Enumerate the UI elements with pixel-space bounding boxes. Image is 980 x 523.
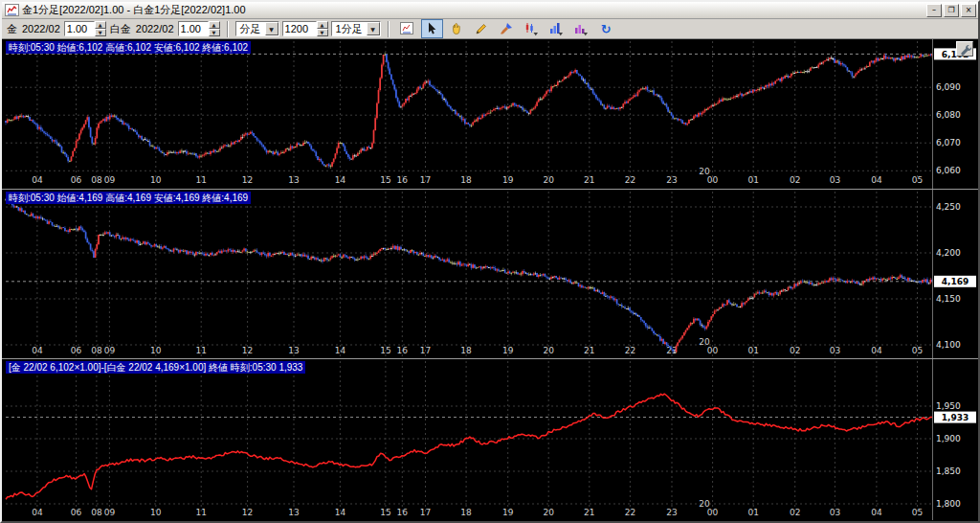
last-price-badge: 1,933 [934, 412, 976, 423]
cursor-arrow-icon [424, 21, 439, 36]
paint-tool-button[interactable] [496, 19, 518, 38]
svg-text:03: 03 [830, 346, 840, 355]
bar-count-down-button[interactable]: ▼ [317, 29, 328, 36]
chart-settings-wrench-button[interactable] [956, 41, 973, 57]
svg-text:12: 12 [242, 508, 253, 517]
platinum-multiplier-down-button[interactable]: ▼ [209, 29, 220, 36]
interval-type-arrow-button[interactable]: ▼ [265, 22, 278, 35]
gold-chart-canvas: 6,0906,0806,0706,06004060809101112131415… [2, 39, 978, 189]
svg-text:6,060: 6,060 [936, 166, 961, 175]
toolbar: 金 2022/02 ▲ ▼ 白金 2022/02 ▲ ▼ 分足 ▼ ▲ [2, 19, 978, 39]
svg-text:1,900: 1,900 [936, 434, 961, 443]
spread-chart-canvas: 1,9501,9001,8501,80004060809101112131415… [2, 359, 978, 520]
platinum-label: 白金 [110, 22, 131, 36]
svg-text:01: 01 [747, 175, 758, 185]
svg-text:14: 14 [335, 346, 346, 355]
indicator-purple-button[interactable] [570, 19, 592, 38]
svg-text:4,200: 4,200 [936, 248, 961, 258]
pointer-tool-button[interactable] [421, 19, 443, 38]
platinum-ohlc-info: 時刻:05:30 始値:4,169 高値:4,169 安値:4,169 終値:4… [6, 192, 251, 204]
svg-text:18: 18 [460, 508, 472, 517]
svg-text:00: 00 [707, 175, 719, 185]
gold-multiplier-up-button[interactable]: ▲ [95, 21, 106, 29]
candle-style-button[interactable] [521, 19, 543, 38]
grid: 1,9501,9001,8501,80004060809101112131415… [6, 361, 961, 517]
svg-text:08: 08 [91, 508, 102, 517]
platinum-contract-month: 2022/02 [136, 23, 174, 34]
app-window: 金1分足[2022/02]1.00 - 白金1分足[2022/02]1.00 –… [0, 0, 980, 523]
window-controls: – ❐ × [926, 4, 976, 17]
svg-text:21: 21 [584, 175, 594, 185]
draw-tool-button[interactable] [471, 19, 493, 38]
platinum-chart-panel[interactable]: 4,2504,2004,1504,10004060809101112131415… [2, 190, 978, 358]
platinum-multiplier-up-button[interactable]: ▲ [209, 21, 220, 29]
svg-text:09: 09 [104, 175, 116, 185]
minimize-button[interactable]: – [926, 4, 942, 17]
svg-text:06: 06 [71, 175, 82, 185]
svg-text:16: 16 [397, 175, 409, 185]
svg-text:20: 20 [699, 167, 710, 176]
bar-chart-blue-icon [548, 21, 564, 36]
svg-text:17: 17 [420, 175, 431, 185]
pan-tool-button[interactable] [446, 19, 468, 38]
svg-text:13: 13 [288, 508, 299, 517]
svg-text:20: 20 [543, 508, 554, 517]
svg-text:6,080: 6,080 [936, 110, 961, 120]
spread-chart-panel[interactable]: 1,9501,9001,8501,80004060809101112131415… [2, 359, 978, 520]
timeframe-arrow-button[interactable]: ▼ [367, 22, 380, 35]
svg-text:10: 10 [150, 175, 162, 185]
bar-count-input[interactable] [282, 21, 317, 36]
wrench-icon [959, 43, 971, 56]
svg-text:05: 05 [912, 346, 923, 355]
svg-text:06: 06 [71, 346, 82, 355]
platinum-chart-canvas: 4,2504,2004,1504,10004060809101112131415… [2, 190, 978, 358]
svg-text:1,950: 1,950 [936, 401, 961, 411]
svg-text:23: 23 [666, 175, 677, 185]
interval-type-dropdown[interactable]: 分足 ▼ [235, 21, 279, 36]
svg-text:01: 01 [747, 346, 758, 355]
gold-chart-panel[interactable]: 6,0906,0806,0706,06004060809101112131415… [2, 39, 978, 189]
svg-text:15: 15 [380, 346, 390, 355]
svg-text:08: 08 [91, 346, 102, 355]
svg-text:12: 12 [242, 175, 253, 185]
svg-text:4,150: 4,150 [936, 294, 961, 304]
svg-text:04: 04 [32, 175, 43, 185]
chart-mode-button[interactable] [396, 19, 418, 38]
svg-text:6,090: 6,090 [936, 82, 961, 92]
svg-text:00: 00 [707, 346, 719, 355]
svg-text:21: 21 [584, 346, 594, 355]
gold-multiplier-field: ▲ ▼ [64, 21, 106, 36]
grid: 4,2504,2004,1504,10004060809101112131415… [6, 192, 961, 356]
svg-text:4,169: 4,169 [942, 277, 969, 286]
svg-text:05: 05 [912, 175, 923, 185]
svg-text:11: 11 [195, 175, 206, 185]
candles [6, 198, 932, 353]
svg-text:1,800: 1,800 [936, 499, 961, 509]
svg-text:16: 16 [397, 346, 409, 355]
svg-text:00: 00 [707, 508, 719, 517]
svg-text:4,100: 4,100 [936, 340, 961, 350]
indicator-blue-button[interactable] [546, 19, 568, 38]
svg-text:08: 08 [91, 175, 102, 185]
gold-multiplier-down-button[interactable]: ▼ [95, 29, 106, 36]
gold-contract-month: 2022/02 [22, 23, 60, 34]
bar-count-field: ▲ ▼ [282, 21, 328, 36]
close-button[interactable]: × [961, 4, 976, 17]
svg-text:04: 04 [871, 175, 882, 185]
svg-text:04: 04 [32, 346, 43, 355]
svg-text:06: 06 [71, 508, 82, 517]
refresh-icon: ↻ [601, 22, 612, 36]
svg-text:15: 15 [380, 175, 390, 185]
bar-count-up-button[interactable]: ▲ [317, 21, 328, 29]
svg-text:1,850: 1,850 [936, 466, 961, 476]
gold-multiplier-input[interactable] [64, 21, 95, 36]
pencil-icon [474, 21, 489, 36]
platinum-multiplier-input[interactable] [178, 21, 209, 36]
refresh-button[interactable]: ↻ [595, 19, 617, 38]
restore-button[interactable]: ❐ [944, 4, 959, 17]
timeframe-dropdown[interactable]: 1分足 ▼ [331, 21, 381, 36]
svg-text:13: 13 [288, 346, 299, 355]
svg-text:04: 04 [32, 508, 43, 517]
svg-text:01: 01 [747, 508, 758, 517]
svg-text:09: 09 [104, 346, 116, 355]
